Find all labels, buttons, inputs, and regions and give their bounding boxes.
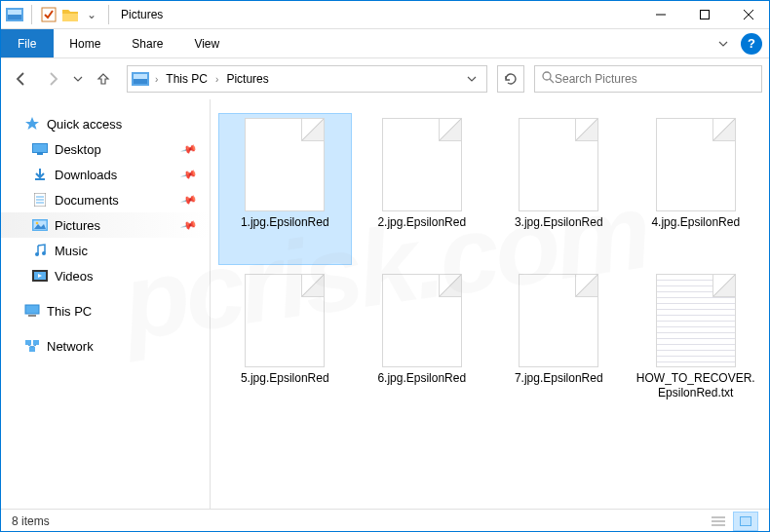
file-name: HOW_TO_RECOVER.EpsilonRed.txt bbox=[635, 371, 758, 400]
sidebar-item-label: Desktop bbox=[55, 142, 101, 157]
downloads-icon bbox=[31, 167, 49, 182]
sidebar-this-pc[interactable]: This PC bbox=[0, 298, 210, 323]
sidebar-item-label: Documents bbox=[55, 193, 119, 208]
file-name: 4.jpg.EpsilonRed bbox=[651, 215, 740, 230]
recent-dropdown-icon[interactable] bbox=[70, 65, 86, 93]
titlebar-overflow-icon[interactable]: ⌄ bbox=[83, 6, 100, 23]
sidebar-item-music[interactable]: Music bbox=[0, 238, 210, 263]
file-item[interactable]: 7.jpg.EpsilonRed bbox=[492, 269, 626, 421]
svg-rect-2 bbox=[8, 15, 21, 19]
ribbon: File Home Share View ? bbox=[0, 29, 770, 58]
forward-button[interactable] bbox=[39, 65, 66, 93]
titlebar-sep2 bbox=[108, 5, 109, 24]
this-pc-icon bbox=[23, 303, 41, 319]
sidebar-item-documents[interactable]: Documents 📌 bbox=[0, 187, 210, 212]
documents-icon bbox=[31, 192, 49, 208]
address-bar[interactable]: › This PC › Pictures bbox=[127, 65, 487, 93]
window-controls bbox=[638, 0, 770, 29]
blank-file-icon bbox=[245, 118, 325, 211]
pictures-folder-icon bbox=[132, 70, 149, 88]
sidebar-item-label: Music bbox=[55, 244, 88, 258]
checkbox-quick-icon[interactable] bbox=[40, 6, 58, 23]
file-item[interactable]: 5.jpg.EpsilonRed bbox=[218, 269, 352, 421]
file-tab[interactable]: File bbox=[0, 29, 54, 57]
folder-app-icon bbox=[6, 6, 23, 23]
blank-file-icon bbox=[245, 274, 325, 367]
pictures-icon bbox=[31, 217, 49, 233]
content: Quick access Desktop 📌 Downloads 📌 Docum… bbox=[0, 99, 770, 509]
file-grid[interactable]: 1.jpg.EpsilonRed 2.jpg.EpsilonRed 3.jpg.… bbox=[211, 99, 770, 509]
sidebar-item-pictures[interactable]: Pictures 📌 bbox=[0, 212, 210, 238]
svg-point-11 bbox=[543, 72, 551, 80]
up-button[interactable] bbox=[90, 65, 117, 93]
svg-rect-30 bbox=[28, 315, 36, 317]
sidebar-item-desktop[interactable]: Desktop 📌 bbox=[0, 136, 210, 162]
folder-quick-icon[interactable] bbox=[61, 6, 79, 23]
network-icon bbox=[23, 338, 41, 354]
file-item[interactable]: 3.jpg.EpsilonRed bbox=[492, 113, 626, 265]
statusbar: 8 items bbox=[0, 509, 770, 532]
pin-icon: 📌 bbox=[180, 216, 199, 234]
close-button[interactable] bbox=[726, 0, 770, 29]
svg-rect-31 bbox=[25, 340, 31, 345]
breadcrumb-this-pc[interactable]: This PC bbox=[164, 70, 210, 88]
svg-point-25 bbox=[42, 251, 46, 255]
ribbon-expand-icon[interactable] bbox=[712, 32, 735, 56]
titlebar-left: ⌄ Pictures bbox=[0, 5, 163, 24]
view-toggles bbox=[706, 512, 758, 531]
chevron-right-icon[interactable]: › bbox=[153, 74, 160, 85]
navbar: › This PC › Pictures bbox=[0, 58, 770, 99]
file-item[interactable]: 6.jpg.EpsilonRed bbox=[356, 269, 489, 421]
music-icon bbox=[31, 243, 49, 258]
sidebar-network[interactable]: Network bbox=[0, 333, 210, 359]
star-icon bbox=[23, 116, 41, 132]
refresh-button[interactable] bbox=[497, 65, 524, 93]
svg-point-23 bbox=[36, 222, 39, 225]
blank-file-icon bbox=[656, 118, 736, 211]
home-tab[interactable]: Home bbox=[54, 29, 116, 57]
address-dropdown-icon[interactable] bbox=[461, 70, 482, 88]
file-item[interactable]: 2.jpg.EpsilonRed bbox=[356, 113, 489, 265]
sidebar-quick-access[interactable]: Quick access bbox=[0, 111, 210, 136]
blank-file-icon bbox=[519, 118, 598, 211]
sidebar-item-label: Quick access bbox=[47, 117, 122, 132]
sidebar-item-label: This PC bbox=[47, 304, 92, 319]
sidebar-item-label: Downloads bbox=[55, 168, 117, 182]
breadcrumb-pictures[interactable]: Pictures bbox=[224, 70, 270, 88]
sidebar-item-videos[interactable]: Videos bbox=[0, 263, 210, 288]
svg-rect-10 bbox=[134, 79, 147, 84]
search-box[interactable] bbox=[534, 65, 762, 93]
file-name: 1.jpg.EpsilonRed bbox=[241, 215, 329, 230]
sidebar-item-label: Videos bbox=[55, 269, 94, 284]
svg-rect-40 bbox=[741, 517, 751, 525]
blank-file-icon bbox=[519, 274, 598, 367]
videos-icon bbox=[31, 268, 49, 284]
search-input[interactable] bbox=[555, 72, 755, 86]
file-item[interactable]: HOW_TO_RECOVER.EpsilonRed.txt bbox=[630, 269, 763, 421]
file-name: 7.jpg.EpsilonRed bbox=[515, 371, 603, 386]
view-tab[interactable]: View bbox=[178, 29, 235, 57]
file-item[interactable]: 4.jpg.EpsilonRed bbox=[630, 113, 763, 265]
details-view-button[interactable] bbox=[706, 512, 731, 531]
sidebar-item-label: Pictures bbox=[55, 218, 100, 233]
thumbnails-view-button[interactable] bbox=[733, 512, 758, 531]
navigation-pane: Quick access Desktop 📌 Downloads 📌 Docum… bbox=[0, 99, 211, 509]
chevron-right-icon[interactable]: › bbox=[213, 74, 220, 85]
window-title: Pictures bbox=[117, 8, 163, 21]
titlebar-sep bbox=[31, 5, 32, 24]
minimize-button[interactable] bbox=[638, 0, 682, 29]
help-button[interactable]: ? bbox=[741, 33, 762, 55]
svg-line-12 bbox=[550, 79, 554, 83]
svg-rect-5 bbox=[700, 10, 709, 19]
maximize-button[interactable] bbox=[682, 0, 726, 29]
file-item[interactable]: 1.jpg.EpsilonRed bbox=[218, 113, 352, 265]
pin-icon: 📌 bbox=[180, 191, 199, 209]
svg-rect-15 bbox=[37, 153, 43, 155]
sidebar-item-downloads[interactable]: Downloads 📌 bbox=[0, 162, 210, 187]
back-button[interactable] bbox=[8, 65, 35, 93]
share-tab[interactable]: Share bbox=[116, 29, 178, 57]
file-name: 6.jpg.EpsilonRed bbox=[377, 371, 466, 386]
sidebar-item-label: Network bbox=[47, 339, 94, 354]
text-file-icon bbox=[656, 274, 736, 367]
pin-icon: 📌 bbox=[180, 166, 199, 183]
